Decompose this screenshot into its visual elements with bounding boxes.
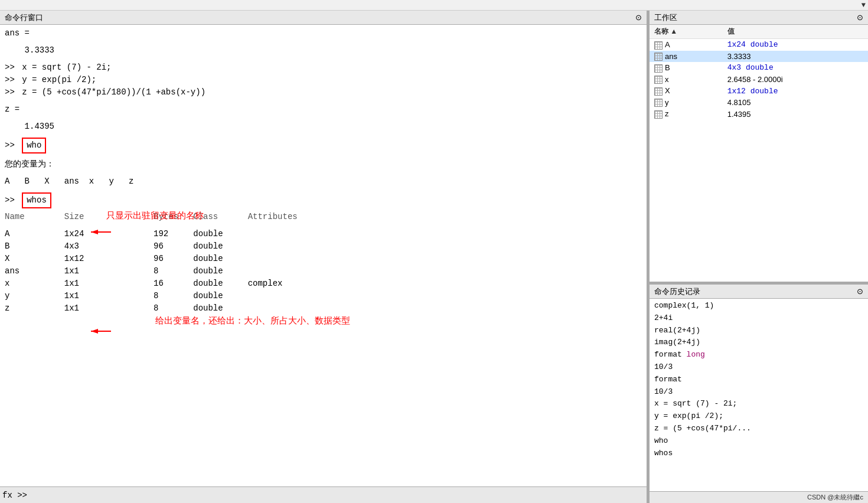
history-scroll-icon[interactable]: ⊙ xyxy=(857,287,863,296)
grid-icon xyxy=(654,87,663,96)
workspace-col-name: 名称 ▲ xyxy=(650,25,723,39)
workspace-panel: 工作区 ⊙ 名称 ▲ 值 A1x24 doubleans3.3333B4x3 d… xyxy=(650,11,868,282)
history-bottom: CSDN @未統待繼c xyxy=(650,491,868,503)
history-header: 命令历史记录 ⊙ xyxy=(650,285,868,299)
prompt-symbol-whos: >> xyxy=(5,194,19,207)
cmd-y-line: y = exp(pi /2); xyxy=(22,74,96,86)
workspace-table-container[interactable]: 名称 ▲ 值 A1x24 doubleans3.3333B4x3 doublex… xyxy=(650,25,868,282)
cmd-z-line: z = (5 +cos(47*pi/180))/(1 +abs(x-y)) xyxy=(22,86,205,99)
prompt-symbol-who: >> xyxy=(5,139,19,152)
workspace-row[interactable]: x2.6458 - 2.0000i xyxy=(650,74,868,86)
history-item[interactable]: format xyxy=(654,374,863,386)
command-window-title: 命令行窗口 xyxy=(5,12,43,23)
cmd-output-your-vars: 您的变量为： xyxy=(5,158,642,171)
grid-icon xyxy=(654,41,663,50)
history-item[interactable]: y = exp(pi /2); xyxy=(654,410,863,423)
grid-icon xyxy=(654,76,663,84)
arrow-whos xyxy=(89,325,112,342)
workspace-tbody: A1x24 doubleans3.3333B4x3 doublex2.6458 … xyxy=(650,39,868,120)
annotation-who-container: 只显示出驻留变量的名称 xyxy=(106,209,204,223)
who-command-box: who xyxy=(22,138,46,153)
workspace-row[interactable]: ans3.3333 xyxy=(650,51,868,63)
cmd-output-ans-value: 3.3333 xyxy=(5,44,642,57)
workspace-row-name: x xyxy=(650,74,723,86)
workspace-row-name: ans xyxy=(650,51,723,63)
right-panel: 工作区 ⊙ 名称 ▲ 值 A1x24 doubleans3.3333B4x3 d… xyxy=(650,11,868,503)
arrow-who-svg xyxy=(89,226,112,239)
command-window-bottom: fx >> xyxy=(0,486,647,503)
whos-row-y: y 1x1 8 double xyxy=(5,290,642,302)
history-item[interactable]: 10/3 xyxy=(654,386,863,399)
workspace-row-value: 2.6458 - 2.0000i xyxy=(723,74,868,86)
workspace-row-value: 3.3333 xyxy=(723,51,868,63)
command-window-scroll-icon[interactable]: ⊙ xyxy=(635,13,642,22)
cmd-prompt-x: >> x = sqrt (7) - 2i; xyxy=(5,61,642,74)
workspace-row-name: y xyxy=(650,97,723,109)
history-item[interactable]: 10/3 xyxy=(654,361,863,374)
history-item[interactable]: who xyxy=(654,435,863,448)
cmd-prompt-who: >> who xyxy=(5,138,642,153)
workspace-row-value: 1x12 double xyxy=(723,85,868,97)
cmd-output-ans-label: ans = xyxy=(5,27,642,40)
workspace-header: 工作区 ⊙ xyxy=(650,11,868,25)
workspace-row-value: 1x24 double xyxy=(723,39,868,51)
main-layout: 命令行窗口 ⊙ ans = 3.3333 >> x = sqrt (7) - 2… xyxy=(0,11,868,503)
workspace-title: 工作区 xyxy=(654,12,677,23)
whos-command-box: whos xyxy=(22,192,51,208)
whos-row-x: x 1x1 16 double complex xyxy=(5,277,642,290)
whos-row-z: z 1x1 8 double xyxy=(5,302,642,315)
history-panel: 命令历史记录 ⊙ complex(1, 1)2+4ireal(2+4j)imag… xyxy=(650,285,868,503)
dropdown-arrow-icon[interactable]: ▼ xyxy=(862,1,866,9)
workspace-row[interactable]: B4x3 double xyxy=(650,62,868,74)
annotation-who-text: 只显示出驻留变量的名称 xyxy=(106,210,204,220)
grid-icon xyxy=(654,99,663,107)
grid-icon xyxy=(654,53,663,61)
cmd-prompt-y: >> y = exp(pi /2); xyxy=(5,74,642,86)
command-window-header: 命令行窗口 ⊙ xyxy=(0,11,647,25)
cmd-output-z-label: z = xyxy=(5,103,642,116)
workspace-row-value: 4.8105 xyxy=(723,97,868,109)
history-title: 命令历史记录 xyxy=(654,286,700,297)
command-window: 命令行窗口 ⊙ ans = 3.3333 >> x = sqrt (7) - 2… xyxy=(0,11,647,503)
cmd-x-line: x = sqrt (7) - 2i; xyxy=(22,61,111,74)
prompt-symbol-z: >> xyxy=(5,86,19,99)
bottom-fx-prompt: fx >> xyxy=(2,491,27,500)
history-item[interactable]: x = sqrt (7) - 2i; xyxy=(654,398,863,410)
workspace-row[interactable]: A1x24 double xyxy=(650,39,868,51)
annotation-whos-text: 给出变量名，还给出：大小、所占大小、数据类型 xyxy=(155,315,350,325)
workspace-row-name: X xyxy=(650,85,723,97)
workspace-col-value: 值 xyxy=(723,25,868,39)
whos-table-header: Name Size Bytes Class Attributes xyxy=(5,211,642,223)
prompt-symbol-y: >> xyxy=(5,74,19,86)
history-item[interactable]: imag(2+4j) xyxy=(654,337,863,349)
history-item[interactable]: complex(1, 1) xyxy=(654,300,863,312)
prompt-symbol: >> xyxy=(5,61,19,74)
workspace-row[interactable]: y4.8105 xyxy=(650,97,868,109)
history-item[interactable]: real(2+4j) xyxy=(654,325,863,337)
arrow-whos-svg xyxy=(89,325,112,338)
cmd-prompt-z: >> z = (5 +cos(47*pi/180))/(1 +abs(x-y)) xyxy=(5,86,642,99)
workspace-row-name: z xyxy=(650,108,723,120)
history-bottom-text: CSDN @未統待繼c xyxy=(807,493,863,502)
history-item[interactable]: whos xyxy=(654,448,863,460)
history-item[interactable]: format long xyxy=(654,349,863,361)
workspace-scroll-icon[interactable]: ⊙ xyxy=(857,13,863,22)
workspace-row-value: 1.4395 xyxy=(723,108,868,120)
history-item[interactable]: 2+4i xyxy=(654,312,863,325)
history-keyword: long xyxy=(687,350,705,359)
cmd-prompt-whos: >> whos xyxy=(5,192,642,208)
command-window-content[interactable]: ans = 3.3333 >> x = sqrt (7) - 2i; >> y … xyxy=(0,25,647,486)
workspace-row[interactable]: z1.4395 xyxy=(650,108,868,120)
whos-row-ans: ans 1x1 8 double xyxy=(5,265,642,277)
history-content[interactable]: complex(1, 1)2+4ireal(2+4j)imag(2+4j)for… xyxy=(650,299,868,491)
cmd-output-z-value: 1.4395 xyxy=(5,120,642,133)
workspace-table: 名称 ▲ 值 A1x24 doubleans3.3333B4x3 doublex… xyxy=(650,25,868,120)
top-bar: ▼ xyxy=(0,0,868,11)
workspace-row[interactable]: X1x12 double xyxy=(650,85,868,97)
grid-icon xyxy=(654,64,663,73)
cmd-output-varnames: A B X ans x y z xyxy=(5,175,642,188)
workspace-table-header-row: 名称 ▲ 值 xyxy=(650,25,868,39)
arrow-who xyxy=(89,226,112,243)
history-item[interactable]: z = (5 +cos(47*pi/... xyxy=(654,423,863,435)
annotation-whos-container: 给出变量名，还给出：大小、所占大小、数据类型 xyxy=(155,314,350,328)
